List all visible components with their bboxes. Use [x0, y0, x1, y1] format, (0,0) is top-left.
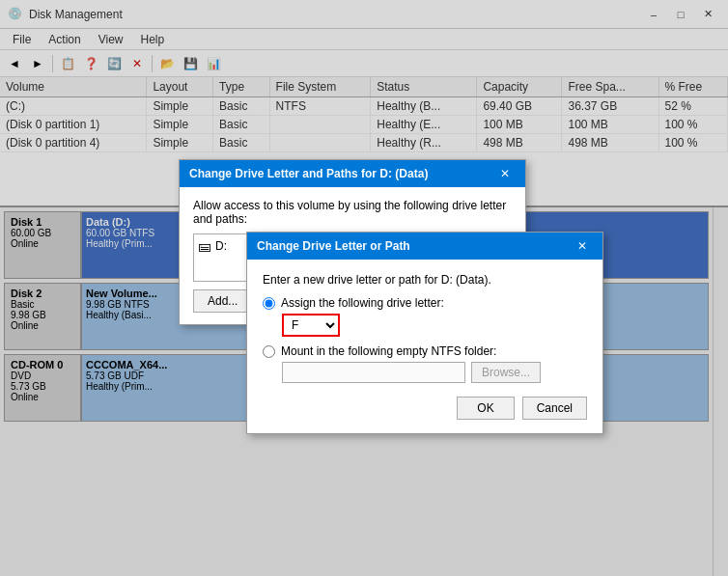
outer-dialog-close[interactable]: ✕	[494, 164, 516, 183]
ntfs-row: Browse...	[282, 362, 587, 383]
inner-dialog: Change Drive Letter or Path ✕ Enter a ne…	[246, 232, 603, 434]
inner-dialog-body: Enter a new drive letter or path for D: …	[247, 260, 602, 433]
browse-button[interactable]: Browse...	[471, 362, 541, 383]
radio-assign-label: Assign the following drive letter:	[281, 296, 444, 310]
radio-mount[interactable]	[263, 345, 275, 358]
outer-dialog-title-bar: Change Drive Letter and Paths for D: (Da…	[180, 160, 525, 187]
radio-row-2: Mount in the following empty NTFS folder…	[263, 344, 587, 358]
outer-dialog-title: Change Drive Letter and Paths for D: (Da…	[189, 167, 494, 180]
modal-overlay: Change Drive Letter and Paths for D: (Da…	[0, 0, 728, 576]
radio-assign[interactable]	[263, 297, 275, 310]
drive-letter-select[interactable]: F E G H	[282, 314, 340, 337]
inner-dialog-title-bar: Change Drive Letter or Path ✕	[247, 233, 602, 260]
add-button[interactable]: Add...	[193, 289, 252, 313]
radio-group: Assign the following drive letter: F E G…	[263, 296, 587, 383]
inner-dialog-title: Change Drive Letter or Path	[257, 239, 572, 253]
ntfs-folder-input[interactable]	[282, 362, 465, 383]
inner-dialog-close[interactable]: ✕	[572, 236, 593, 256]
radio-row-1: Assign the following drive letter:	[263, 296, 587, 310]
drive-dropdown-row: F E G H	[282, 314, 587, 337]
inner-dialog-buttons: OK Cancel	[263, 397, 587, 420]
path-item: 🖴 D:	[198, 238, 227, 254]
ok-button[interactable]: OK	[457, 397, 514, 420]
drive-icon: 🖴	[198, 238, 211, 254]
cancel-button[interactable]: Cancel	[522, 397, 587, 420]
path-value: D:	[215, 239, 227, 253]
inner-dialog-description: Enter a new drive letter or path for D: …	[263, 273, 587, 287]
outer-dialog-description: Allow access to this volume by using the…	[193, 199, 512, 226]
radio-mount-label: Mount in the following empty NTFS folder…	[281, 344, 496, 358]
